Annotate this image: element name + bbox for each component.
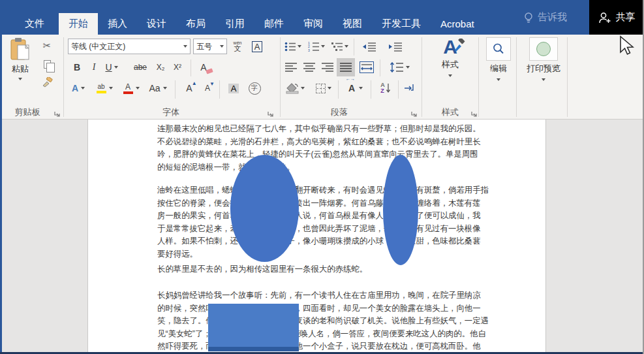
- scissors-icon: ✂: [43, 40, 52, 52]
- drawing-ellipse-small[interactable]: [383, 155, 418, 265]
- justify-button[interactable]: [337, 58, 355, 76]
- document-page[interactable]: 连那最末次的相见也已经隔了七八年，其中似乎确凿只有一些野草；但那时却是我的乐园。…: [87, 120, 546, 354]
- align-left-button[interactable]: [283, 59, 299, 75]
- tab-mailings[interactable]: 邮件: [254, 13, 294, 35]
- text-line: 长妈妈曾经讲给我一个故事听：先前，有一个读书人住在古庙里用功，晚间，在院子里纳凉: [157, 289, 489, 302]
- copy-button[interactable]: [39, 57, 55, 71]
- shrink-font-button[interactable]: A▼: [200, 80, 215, 96]
- align-left-icon: [285, 63, 297, 72]
- title-bar: 文件 开始 插入 设计 布局 引用 邮件 审阅 视图 开发工具 Acrobat …: [0, 0, 644, 35]
- paragraph-dialog-launcher[interactable]: [411, 108, 418, 115]
- cut-button[interactable]: ✂: [39, 39, 55, 53]
- font-dialog-launcher[interactable]: [268, 108, 274, 115]
- phonetic-guide-button[interactable]: wén 文: [230, 39, 245, 54]
- italic-button[interactable]: I: [86, 59, 102, 75]
- clipboard-dialog-launcher[interactable]: [54, 108, 61, 115]
- print-preview-button[interactable]: 打印预览: [521, 37, 566, 81]
- text-line: 油蛉在这里低唱，蟋蟀们在这里弹琴。翻开断砖来，有时会遇见蜈蚣；还有斑蝥，倘若用手…: [157, 184, 489, 197]
- font-size-combo[interactable]: 五号: [193, 39, 227, 54]
- grow-font-icon: A▲: [186, 83, 192, 93]
- clipboard-group-label: 剪贴板: [7, 106, 48, 118]
- line-spacing-button[interactable]: [386, 59, 412, 75]
- drawing-ellipse-large[interactable]: [230, 155, 299, 262]
- increase-indent-button[interactable]: [385, 39, 406, 54]
- editing-button[interactable]: 编辑: [482, 37, 515, 81]
- tab-design[interactable]: 设计: [137, 13, 176, 35]
- character-shading-icon: A: [228, 84, 239, 93]
- paragraph-4: 长妈妈曾经讲给我一个故事听：先前，有一个读书人住在古庙里用功，晚间，在院子里纳凉…: [157, 289, 489, 354]
- superscript-button[interactable]: X²: [170, 59, 185, 75]
- change-case-button[interactable]: Aa: [146, 80, 170, 96]
- paste-button[interactable]: 粘贴: [5, 37, 35, 104]
- decrease-indent-button[interactable]: [359, 39, 380, 54]
- sort-button[interactable]: AZ: [376, 80, 395, 96]
- editing-label: 编辑: [490, 63, 507, 74]
- tab-review[interactable]: 审阅: [294, 13, 333, 35]
- underline-button[interactable]: U: [102, 59, 121, 75]
- character-shading-button[interactable]: A: [226, 80, 241, 96]
- format-painter-button[interactable]: [39, 75, 55, 89]
- tab-developer[interactable]: 开发工具: [372, 13, 431, 35]
- paste-dropdown-caret[interactable]: [18, 78, 22, 80]
- paragraph-2: 油蛉在这里低唱，蟋蟀们在这里弹琴。翻开断砖来，有时会遇见蜈蚣；还有斑蝥，倘若用手…: [157, 184, 489, 261]
- bold-icon: B: [74, 62, 80, 72]
- text-line: 房一般的果实，何首乌有拥肿的根。有人说，何首乌根是有像人形的，吃了便可以成仙，我: [157, 210, 489, 223]
- character-border-icon: A: [252, 41, 263, 52]
- font-color-button[interactable]: A: [120, 80, 142, 96]
- text-highlight-icon: ab: [97, 84, 106, 93]
- line-spacing-icon: [390, 62, 404, 72]
- justify-icon: [340, 63, 352, 72]
- superscript-icon: X²: [174, 63, 181, 72]
- text-line: 的时候，突然听到有人在叫他。答应着，四面看时，却见一个美女的脸露在墙头上，向他一: [157, 302, 489, 315]
- font-size-value: 五号: [196, 41, 212, 52]
- clear-formatting-icon: A: [200, 61, 206, 73]
- ribbon-tabs: 文件 开始 插入 设计 布局 引用 邮件 审阅 视图 开发工具 Acrobat: [10, 13, 484, 35]
- shading-button[interactable]: [283, 80, 307, 96]
- tab-insert[interactable]: 插入: [98, 13, 137, 35]
- share-button[interactable]: 共享: [589, 0, 644, 35]
- strikethrough-button[interactable]: abe: [130, 59, 150, 75]
- phonetic-guide-icon: wén 文: [234, 40, 242, 52]
- grow-font-button[interactable]: A▲: [181, 80, 197, 96]
- tab-layout[interactable]: 布局: [176, 13, 215, 35]
- subscript-button[interactable]: X₂: [153, 59, 168, 75]
- text-highlight-button[interactable]: ab: [93, 80, 116, 96]
- distributed-icon: [360, 61, 374, 73]
- styles-icon: A: [443, 37, 457, 57]
- tab-file[interactable]: 文件: [10, 13, 59, 35]
- tell-me-box[interactable]: 告诉我: [524, 0, 567, 35]
- align-center-button[interactable]: [301, 59, 317, 75]
- tab-home[interactable]: 开始: [59, 13, 98, 35]
- multilevel-list-button[interactable]: [330, 39, 350, 54]
- asian-layout-button[interactable]: ←→ A: [343, 80, 368, 96]
- styles-dialog-launcher[interactable]: [471, 108, 478, 115]
- character-border-button[interactable]: A: [249, 39, 265, 54]
- enclose-characters-button[interactable]: 字: [247, 80, 262, 96]
- numbering-button[interactable]: 1 2 3: [307, 39, 326, 54]
- borders-button[interactable]: [312, 80, 335, 96]
- font-name-caret: [183, 45, 187, 48]
- asian-layout-icon: ←→ A: [348, 82, 355, 94]
- document-area: 连那最末次的相见也已经隔了七八年，其中似乎确凿只有一些野草；但那时却是我的乐园。…: [0, 120, 644, 354]
- text-effects-button[interactable]: A: [68, 80, 89, 96]
- multilevel-list-icon: [331, 42, 343, 52]
- align-right-icon: [322, 63, 333, 72]
- font-name-value: 等线 (中文正文): [71, 41, 125, 52]
- styles-group-label: 样式: [429, 106, 471, 118]
- font-name-combo[interactable]: 等线 (中文正文): [68, 39, 191, 54]
- paragraph-marks-icon: [404, 84, 416, 93]
- drawing-rectangle-dark-band[interactable]: [208, 347, 299, 351]
- print-preview-label: 打印预览: [527, 63, 560, 74]
- tab-view[interactable]: 视图: [333, 13, 372, 35]
- bullets-button[interactable]: [283, 39, 303, 54]
- styles-button[interactable]: A 样式: [428, 37, 472, 77]
- text-line: 长的草里是不去的，因为相传这园里有一条很大的赤练蛇。: [157, 263, 489, 276]
- distributed-button[interactable]: [358, 58, 376, 76]
- bold-button[interactable]: B: [69, 59, 85, 75]
- show-marks-button[interactable]: [402, 80, 418, 96]
- clear-formatting-button[interactable]: A: [196, 59, 211, 75]
- tab-acrobat[interactable]: Acrobat: [431, 13, 484, 35]
- align-right-button[interactable]: [320, 59, 335, 75]
- tab-references[interactable]: 引用: [215, 13, 254, 35]
- drawing-rectangle[interactable]: [208, 304, 299, 347]
